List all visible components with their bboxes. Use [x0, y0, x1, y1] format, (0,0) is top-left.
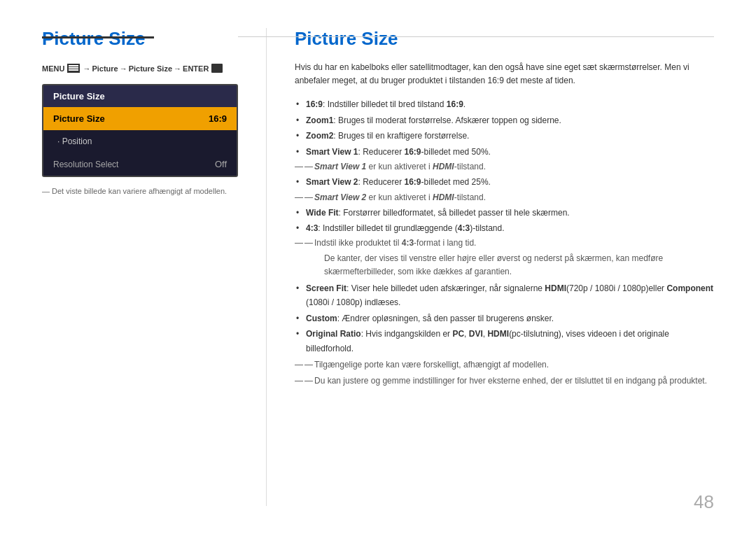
top-line	[238, 36, 714, 37]
item-bold: Custom	[306, 314, 337, 323]
ui-box-item-position[interactable]: · Position	[43, 130, 237, 153]
item-bold: 16:9	[306, 99, 323, 109]
item-italic: HDMI	[433, 192, 454, 202]
menu-arrow3: →	[174, 64, 181, 73]
ui-box-item-resolution[interactable]: Resolution Select Off	[43, 153, 237, 176]
sub-note-ports: — Tilgængelige porte kan være forskellig…	[295, 358, 714, 372]
list-item: Wide Fit: Forstørrer billedformatet, så …	[295, 206, 714, 220]
item-bold: Smart View 1	[306, 147, 358, 157]
item-italic: HDMI	[433, 162, 454, 171]
list-item: Zoom1: Bruges til moderat forstørrelse. …	[295, 113, 714, 127]
enter-icon	[211, 64, 223, 73]
list-item: 16:9: Indstiller billedet til bred tilst…	[295, 97, 714, 111]
item-italic: Smart View 1	[314, 162, 366, 171]
sub-indent-43: De kanter, der vises til venstre eller h…	[295, 252, 714, 279]
right-column: Picture Size Hvis du har en kabelboks el…	[266, 28, 714, 506]
item-bold: HDMI	[545, 283, 566, 293]
sub-note-settings: — Du kan justere og gemme indstillinger …	[295, 374, 714, 388]
item-bold: Screen Fit	[306, 283, 346, 293]
item-bold: 4:3	[306, 223, 318, 233]
item-bold: Smart View 1	[314, 162, 366, 171]
ui-box-header: Picture Size	[43, 85, 237, 107]
item-bold: HDMI	[433, 192, 454, 202]
menu-enter-label: ENTER	[183, 64, 209, 73]
item-bold: DVI	[469, 329, 483, 339]
list-item: Custom: Ændrer opløsningen, så den passe…	[295, 311, 714, 325]
item-italic: Smart View 2	[314, 192, 366, 202]
content-list-2: Smart View 2: Reducerer 16:9-billedet me…	[295, 175, 714, 189]
list-item: Zoom2: Bruges til en kraftigere forstørr…	[295, 129, 714, 143]
item-bold: Smart View 2	[306, 177, 358, 187]
item-bold: PC	[452, 329, 464, 339]
sub-note-43: — Indstil ikke produktet til 4:3-format …	[295, 237, 714, 250]
ui-box-item-label: Resolution Select	[53, 160, 118, 169]
content-list-4: Screen Fit: Viser hele billedet uden afs…	[295, 281, 714, 356]
left-title: Picture Size	[42, 28, 238, 50]
right-title: Picture Size	[295, 28, 714, 50]
item-bold: HDMI	[433, 162, 454, 171]
list-item: Screen Fit: Viser hele billedet uden afs…	[295, 281, 714, 310]
page-container: Picture Size MENU → Picture → Picture Si…	[0, 0, 756, 534]
item-bold: HDMI	[487, 329, 509, 339]
ui-box: Picture Size Picture Size 16:9 · Positio…	[42, 84, 238, 177]
ui-box-item-value: 16:9	[209, 113, 227, 124]
list-item: Smart View 1: Reducerer 16:9-billedet me…	[295, 145, 714, 159]
menu-path: MENU → Picture → Picture Size → ENTER	[42, 64, 238, 73]
list-item: Original Ratio: Hvis indgangskilden er P…	[295, 327, 714, 356]
left-top-line	[42, 36, 154, 38]
item-bold: 16:9	[447, 99, 463, 109]
menu-arrow2: →	[120, 64, 127, 73]
ui-box-item-value: Off	[215, 159, 227, 169]
left-note: ― Det viste billede kan variere afhængig…	[42, 187, 238, 195]
sub-note-sv2: — Smart View 2 er kun aktiveret i HDMI-t…	[295, 191, 714, 204]
item-bold: Component	[666, 283, 713, 293]
menu-picture-size: Picture Size	[129, 64, 172, 73]
item-bold: 16:9	[405, 177, 421, 187]
content-list: 16:9: Indstiller billedet til bred tilst…	[295, 97, 714, 159]
menu-arrow1: →	[83, 64, 90, 73]
menu-picture: Picture	[92, 64, 118, 73]
ui-box-item-label: · Position	[57, 136, 92, 146]
ui-box-item-picture-size[interactable]: Picture Size 16:9	[43, 107, 237, 130]
item-bold: 4:3	[402, 238, 414, 248]
menu-label: MENU	[42, 64, 64, 73]
sub-note-sv1: — Smart View 1 er kun aktiveret i HDMI-t…	[295, 160, 714, 174]
item-bold: Zoom1	[306, 115, 333, 125]
item-bold: 4:3	[458, 223, 470, 233]
content-list-3: Wide Fit: Forstørrer billedformatet, så …	[295, 206, 714, 236]
left-column: Picture Size MENU → Picture → Picture Si…	[42, 28, 266, 506]
intro-text: Hvis du har en kabelboks eller satellitm…	[295, 61, 714, 87]
list-item: 4:3: Indstiller billedet til grundlæggen…	[295, 221, 714, 235]
page-number: 48	[694, 491, 714, 513]
item-bold: Wide Fit	[306, 208, 339, 218]
menu-icon-box	[67, 64, 80, 73]
item-bold: Original Ratio	[306, 329, 361, 339]
list-item: Smart View 2: Reducerer 16:9-billedet me…	[295, 175, 714, 189]
item-bold: Smart View 2	[314, 192, 366, 202]
item-bold: Zoom2	[306, 131, 333, 141]
item-bold: 16:9	[405, 147, 421, 157]
ui-box-item-label: Picture Size	[53, 113, 105, 124]
